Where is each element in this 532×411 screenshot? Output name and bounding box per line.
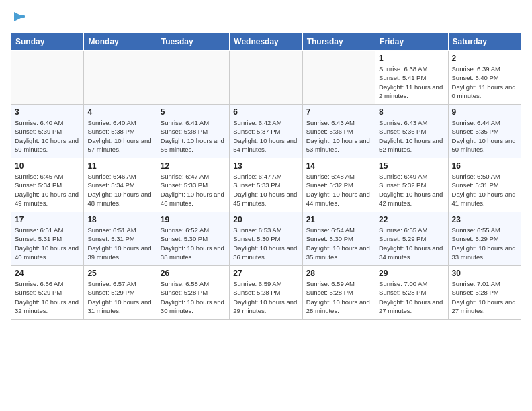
logo-arrow-icon: [11, 9, 26, 24]
calendar-cell: 21Sunrise: 6:54 AM Sunset: 5:30 PM Dayli…: [302, 212, 375, 266]
day-number: 24: [15, 269, 80, 278]
day-info: Sunrise: 7:01 AM Sunset: 5:28 PM Dayligh…: [452, 279, 517, 315]
day-number: 21: [306, 215, 371, 224]
calendar-cell: 28Sunrise: 6:59 AM Sunset: 5:28 PM Dayli…: [302, 266, 375, 320]
calendar-cell: 19Sunrise: 6:52 AM Sunset: 5:30 PM Dayli…: [157, 212, 229, 266]
day-info: Sunrise: 6:58 AM Sunset: 5:28 PM Dayligh…: [161, 279, 226, 315]
calendar-cell: 18Sunrise: 6:51 AM Sunset: 5:31 PM Dayli…: [84, 212, 157, 266]
calendar-cell: 20Sunrise: 6:53 AM Sunset: 5:30 PM Dayli…: [230, 212, 302, 266]
day-number: 29: [379, 269, 444, 278]
calendar-week-1: 1Sunrise: 6:38 AM Sunset: 5:41 PM Daylig…: [11, 51, 521, 105]
calendar-cell: 1Sunrise: 6:38 AM Sunset: 5:41 PM Daylig…: [375, 51, 448, 105]
day-info: Sunrise: 6:51 AM Sunset: 5:31 PM Dayligh…: [15, 226, 80, 261]
day-info: Sunrise: 6:43 AM Sunset: 5:36 PM Dayligh…: [379, 118, 444, 154]
calendar-cell: [302, 51, 375, 105]
calendar-cell: [230, 51, 302, 105]
calendar-week-5: 24Sunrise: 6:56 AM Sunset: 5:29 PM Dayli…: [11, 266, 521, 320]
calendar-cell: [11, 51, 84, 105]
calendar-cell: 17Sunrise: 6:51 AM Sunset: 5:31 PM Dayli…: [11, 212, 84, 266]
day-info: Sunrise: 6:59 AM Sunset: 5:28 PM Dayligh…: [306, 279, 371, 315]
calendar-cell: [157, 51, 229, 105]
day-number: 18: [87, 215, 152, 224]
day-number: 8: [379, 107, 444, 117]
day-info: Sunrise: 6:40 AM Sunset: 5:39 PM Dayligh…: [15, 118, 80, 154]
calendar-cell: 29Sunrise: 7:00 AM Sunset: 5:28 PM Dayli…: [375, 266, 448, 320]
calendar-cell: 16Sunrise: 6:50 AM Sunset: 5:31 PM Dayli…: [448, 158, 521, 212]
day-info: Sunrise: 6:54 AM Sunset: 5:30 PM Dayligh…: [306, 226, 371, 261]
day-info: Sunrise: 6:48 AM Sunset: 5:32 PM Dayligh…: [306, 172, 371, 208]
day-number: 1: [379, 54, 444, 63]
calendar-cell: [84, 51, 157, 105]
calendar-header-wednesday: Wednesday: [230, 33, 302, 51]
day-info: Sunrise: 6:45 AM Sunset: 5:34 PM Dayligh…: [15, 172, 80, 208]
calendar-cell: 13Sunrise: 6:47 AM Sunset: 5:33 PM Dayli…: [230, 158, 302, 212]
day-info: Sunrise: 6:51 AM Sunset: 5:31 PM Dayligh…: [87, 226, 152, 261]
calendar-cell: 26Sunrise: 6:58 AM Sunset: 5:28 PM Dayli…: [157, 266, 229, 320]
calendar-header-tuesday: Tuesday: [157, 33, 229, 51]
day-number: 28: [306, 269, 371, 278]
calendar-cell: 25Sunrise: 6:57 AM Sunset: 5:29 PM Dayli…: [84, 266, 157, 320]
day-info: Sunrise: 6:47 AM Sunset: 5:33 PM Dayligh…: [233, 172, 298, 208]
day-info: Sunrise: 6:44 AM Sunset: 5:35 PM Dayligh…: [452, 118, 517, 154]
day-info: Sunrise: 6:59 AM Sunset: 5:28 PM Dayligh…: [233, 279, 298, 315]
calendar-cell: 7Sunrise: 6:43 AM Sunset: 5:36 PM Daylig…: [302, 105, 375, 158]
calendar-cell: 30Sunrise: 7:01 AM Sunset: 5:28 PM Dayli…: [448, 266, 521, 320]
calendar-cell: 9Sunrise: 6:44 AM Sunset: 5:35 PM Daylig…: [448, 105, 521, 158]
day-info: Sunrise: 6:49 AM Sunset: 5:32 PM Dayligh…: [379, 172, 444, 208]
day-info: Sunrise: 6:52 AM Sunset: 5:30 PM Dayligh…: [161, 226, 226, 261]
day-number: 23: [452, 215, 517, 224]
calendar-week-2: 3Sunrise: 6:40 AM Sunset: 5:39 PM Daylig…: [11, 105, 521, 158]
day-number: 4: [87, 107, 152, 117]
calendar-cell: 5Sunrise: 6:41 AM Sunset: 5:38 PM Daylig…: [157, 105, 229, 158]
day-info: Sunrise: 7:00 AM Sunset: 5:28 PM Dayligh…: [379, 279, 444, 315]
day-number: 15: [379, 161, 444, 171]
day-number: 5: [161, 107, 226, 117]
calendar-cell: 8Sunrise: 6:43 AM Sunset: 5:36 PM Daylig…: [375, 105, 448, 158]
calendar-cell: 22Sunrise: 6:55 AM Sunset: 5:29 PM Dayli…: [375, 212, 448, 266]
day-info: Sunrise: 6:38 AM Sunset: 5:41 PM Dayligh…: [379, 64, 444, 100]
calendar-cell: 27Sunrise: 6:59 AM Sunset: 5:28 PM Dayli…: [230, 266, 302, 320]
logo: [11, 11, 26, 24]
calendar-cell: 2Sunrise: 6:39 AM Sunset: 5:40 PM Daylig…: [448, 51, 521, 105]
day-number: 25: [87, 269, 152, 278]
day-number: 27: [233, 269, 298, 278]
day-info: Sunrise: 6:39 AM Sunset: 5:40 PM Dayligh…: [452, 64, 517, 100]
day-number: 10: [15, 161, 80, 171]
calendar-cell: 14Sunrise: 6:48 AM Sunset: 5:32 PM Dayli…: [302, 158, 375, 212]
day-number: 19: [161, 215, 226, 224]
calendar-cell: 4Sunrise: 6:40 AM Sunset: 5:38 PM Daylig…: [84, 105, 157, 158]
day-info: Sunrise: 6:56 AM Sunset: 5:29 PM Dayligh…: [15, 279, 80, 315]
calendar-header-sunday: Sunday: [11, 33, 84, 51]
calendar-header-friday: Friday: [375, 33, 448, 51]
day-number: 20: [233, 215, 298, 224]
calendar-week-3: 10Sunrise: 6:45 AM Sunset: 5:34 PM Dayli…: [11, 158, 521, 212]
calendar-cell: 24Sunrise: 6:56 AM Sunset: 5:29 PM Dayli…: [11, 266, 84, 320]
calendar-cell: 11Sunrise: 6:46 AM Sunset: 5:34 PM Dayli…: [84, 158, 157, 212]
day-number: 17: [15, 215, 80, 224]
calendar-header-monday: Monday: [84, 33, 157, 51]
day-info: Sunrise: 6:42 AM Sunset: 5:37 PM Dayligh…: [233, 118, 298, 154]
day-info: Sunrise: 6:55 AM Sunset: 5:29 PM Dayligh…: [452, 226, 517, 261]
svg-rect-1: [21, 15, 25, 18]
calendar-cell: 3Sunrise: 6:40 AM Sunset: 5:39 PM Daylig…: [11, 105, 84, 158]
day-number: 11: [87, 161, 152, 171]
day-info: Sunrise: 6:53 AM Sunset: 5:30 PM Dayligh…: [233, 226, 298, 261]
calendar-header-row: SundayMondayTuesdayWednesdayThursdayFrid…: [11, 33, 521, 51]
day-info: Sunrise: 6:55 AM Sunset: 5:29 PM Dayligh…: [379, 226, 444, 261]
day-number: 9: [452, 107, 517, 117]
day-number: 26: [161, 269, 226, 278]
calendar-header-saturday: Saturday: [448, 33, 521, 51]
day-number: 13: [233, 161, 298, 171]
calendar-cell: 15Sunrise: 6:49 AM Sunset: 5:32 PM Dayli…: [375, 158, 448, 212]
day-number: 30: [452, 269, 517, 278]
calendar-cell: 23Sunrise: 6:55 AM Sunset: 5:29 PM Dayli…: [448, 212, 521, 266]
day-info: Sunrise: 6:47 AM Sunset: 5:33 PM Dayligh…: [161, 172, 226, 208]
day-number: 2: [452, 54, 517, 63]
calendar-header-thursday: Thursday: [302, 33, 375, 51]
calendar-cell: 12Sunrise: 6:47 AM Sunset: 5:33 PM Dayli…: [157, 158, 229, 212]
day-number: 14: [306, 161, 371, 171]
day-number: 16: [452, 161, 517, 171]
day-number: 3: [15, 107, 80, 117]
calendar-table: SundayMondayTuesdayWednesdayThursdayFrid…: [11, 32, 521, 320]
day-info: Sunrise: 6:57 AM Sunset: 5:29 PM Dayligh…: [87, 279, 152, 315]
